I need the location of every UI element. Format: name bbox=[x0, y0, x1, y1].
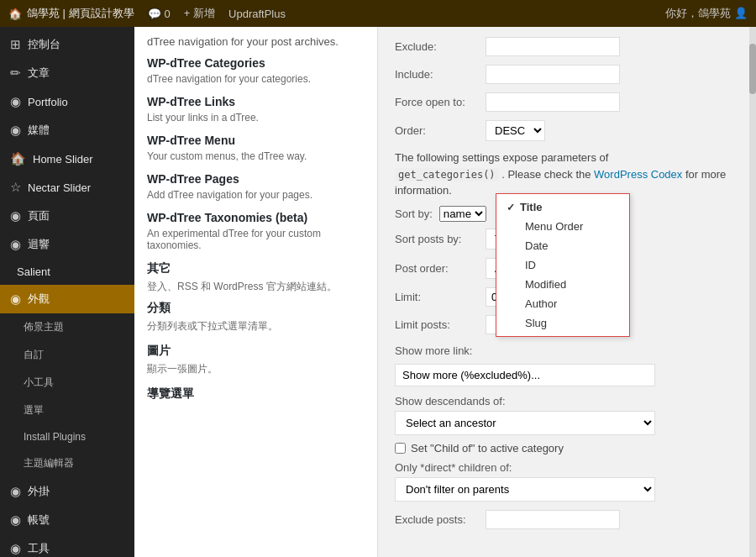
comment-icon: 💬 bbox=[148, 8, 161, 20]
info-text2: . Please check the bbox=[501, 168, 591, 181]
dropdown-item-slug[interactable]: Slug bbox=[496, 313, 629, 333]
scrollbar-track[interactable] bbox=[749, 27, 756, 557]
admin-bar: 🏠 鴿學苑 | 網頁設計教學 💬 0 + 新增 UpdraftPlus 你好，鴿… bbox=[0, 0, 756, 27]
widget-desc-categories: dTree navigation for your categories. bbox=[147, 73, 365, 85]
dropdown-label-modified: Modified bbox=[525, 278, 566, 291]
other-section-title: 其它 bbox=[147, 261, 365, 276]
sidebar-label-theme-editor: 主題編輯器 bbox=[24, 456, 74, 470]
sidebar-label-customize: 自訂 bbox=[24, 348, 44, 362]
sidebar-label-portfolio: Portfolio bbox=[28, 96, 68, 108]
site-name: 鴿學苑 | 網頁設計教學 bbox=[27, 6, 134, 21]
sidebar-item-nectar-slider[interactable]: ☆ Nectar Slider bbox=[0, 173, 134, 202]
home-slider-icon: 🏠 bbox=[10, 151, 26, 166]
force-open-input[interactable] bbox=[486, 92, 620, 112]
dropdown-label-author: Author bbox=[525, 297, 557, 310]
exclude-input[interactable] bbox=[486, 37, 620, 56]
showmore-section: Show more link: bbox=[395, 344, 739, 386]
new-label: + 新增 bbox=[184, 7, 215, 19]
widget-title-pages: WP-dTree Pages bbox=[147, 172, 365, 186]
excludeposts-row: Exclude posts: bbox=[395, 510, 739, 529]
sidebar-item-media[interactable]: ◉ 媒體 bbox=[0, 116, 134, 145]
settings-info: The following settings expose parameters… bbox=[395, 150, 739, 199]
plugins-icon: ◉ bbox=[10, 484, 21, 499]
user-avatar: 👤 bbox=[734, 7, 748, 19]
sidebar-item-comments[interactable]: ◉ 迴響 bbox=[0, 230, 134, 259]
setchildof-checkbox[interactable] bbox=[395, 443, 406, 454]
exclude-label: Exclude: bbox=[395, 40, 479, 53]
widget-desc-links: List your links in a dTree. bbox=[147, 112, 365, 123]
sidebar-label-dashboard: 控制台 bbox=[28, 37, 60, 52]
code-text: get_categories() bbox=[395, 168, 499, 181]
include-row: Include: bbox=[395, 65, 739, 84]
tools-icon: ◉ bbox=[10, 541, 21, 556]
sidebar-label-home-slider: Home Slider bbox=[33, 153, 93, 166]
widget-desc-categories2: 分類列表或下拉式選單清單。 bbox=[147, 319, 365, 334]
sidebar-label-comments: 迴響 bbox=[28, 237, 50, 252]
order-label: Order: bbox=[395, 124, 479, 137]
sidebar-item-themes[interactable]: 佈景主題 bbox=[0, 313, 134, 341]
sidebar-item-appearance[interactable]: ◉ 外觀 bbox=[0, 285, 134, 313]
widget-card-nav-menu: 導覽選單 bbox=[147, 386, 365, 402]
dropdown-item-modified[interactable]: Modified bbox=[496, 275, 629, 294]
pages-icon: ◉ bbox=[10, 208, 21, 223]
other-login-desc: 登入、RSS 和 WordPress 官方網站連結。 bbox=[147, 280, 365, 294]
sidebar-label-media: 媒體 bbox=[28, 123, 50, 138]
sidebar-item-dashboard[interactable]: ⊞ 控制台 bbox=[0, 30, 134, 59]
sidebar-item-install-plugins[interactable]: Install Plugins bbox=[0, 424, 134, 449]
new-content-button[interactable]: + 新增 bbox=[184, 6, 215, 21]
media-icon: ◉ bbox=[10, 123, 21, 138]
nectar-slider-icon: ☆ bbox=[10, 180, 21, 195]
plugin-item[interactable]: UpdraftPlus bbox=[228, 8, 286, 20]
ancestor-select[interactable]: Select an ancestor bbox=[395, 411, 655, 435]
limit-label: Limit: bbox=[395, 291, 479, 303]
sidebar-item-widgets[interactable]: 小工具 bbox=[0, 369, 134, 397]
sidebar-item-plugins[interactable]: ◉ 外掛 bbox=[0, 477, 134, 506]
include-input[interactable] bbox=[486, 65, 620, 84]
sidebar-item-tools[interactable]: ◉ 工具 bbox=[0, 534, 134, 557]
directchildren-select[interactable]: Don't filter on parents bbox=[395, 477, 655, 502]
sidebar-item-menus[interactable]: 選單 bbox=[0, 397, 134, 424]
exclude-row: Exclude: bbox=[395, 37, 739, 56]
widget-card-categories2: 分類 分類列表或下拉式選單清單。 bbox=[147, 301, 365, 334]
scrollbar-thumb[interactable] bbox=[749, 44, 756, 94]
sidebar-label-nectar-slider: Nectar Slider bbox=[28, 181, 91, 194]
dashboard-icon: ⊞ bbox=[10, 37, 21, 52]
comments-item[interactable]: 💬 0 bbox=[148, 8, 171, 20]
sidebar-item-theme-editor[interactable]: 主題編輯器 bbox=[0, 449, 134, 477]
showmore-input[interactable] bbox=[395, 364, 655, 386]
greeting-text: 你好，鴿學苑 bbox=[665, 7, 731, 19]
sidebar-item-posts[interactable]: ✏ 文章 bbox=[0, 59, 134, 87]
codex-link[interactable]: WordPress Codex bbox=[594, 168, 682, 181]
force-open-label: Force open to: bbox=[395, 96, 479, 108]
excludeposts-input[interactable] bbox=[486, 510, 620, 529]
dropdown-item-id[interactable]: ID bbox=[496, 255, 629, 275]
sortby-select[interactable]: name id count bbox=[439, 206, 486, 222]
dropdown-item-title[interactable]: ✓ Title bbox=[496, 197, 629, 217]
dropdown-item-author[interactable]: Author bbox=[496, 294, 629, 313]
check-icon: ✓ bbox=[507, 202, 515, 213]
sidebar-item-salient[interactable]: Salient bbox=[0, 259, 134, 285]
sidebar-item-home-slider[interactable]: 🏠 Home Slider bbox=[0, 145, 134, 173]
appearance-icon: ◉ bbox=[10, 292, 21, 307]
directchildren-section: Only *direct* children of: Don't filter … bbox=[395, 461, 739, 502]
dropdown-label-date: Date bbox=[525, 239, 548, 252]
widget-desc-pages: Add dTree navigation for your pages. bbox=[147, 189, 365, 201]
force-open-row: Force open to: bbox=[395, 92, 739, 112]
widget-title-categories: WP-dTree Categories bbox=[147, 56, 365, 70]
sidebar-item-customize[interactable]: 自訂 bbox=[0, 341, 134, 369]
comments-count: 0 bbox=[165, 8, 171, 20]
widget-card-links: WP-dTree Links List your links in a dTre… bbox=[147, 95, 365, 123]
user-greeting[interactable]: 你好，鴿學苑 👤 bbox=[665, 6, 748, 21]
directchildren-label: Only *direct* children of: bbox=[395, 461, 739, 474]
sidebar-label-themes: 佈景主題 bbox=[24, 320, 64, 334]
showmore-label: Show more link: bbox=[395, 344, 739, 357]
admin-sidebar: ⊞ 控制台 ✏ 文章 ◉ Portfolio ◉ 媒體 🏠 Home Slide… bbox=[0, 27, 134, 557]
dropdown-item-menu-order[interactable]: Menu Order bbox=[496, 217, 629, 236]
order-select[interactable]: DESC ASC bbox=[486, 120, 545, 141]
sidebar-item-portfolio[interactable]: ◉ Portfolio bbox=[0, 87, 134, 116]
sidebar-item-pages[interactable]: ◉ 頁面 bbox=[0, 202, 134, 230]
dropdown-item-date[interactable]: Date bbox=[496, 236, 629, 255]
sidebar-item-users[interactable]: ◉ 帳號 bbox=[0, 506, 134, 534]
site-logo[interactable]: 🏠 鴿學苑 | 網頁設計教學 bbox=[8, 6, 134, 21]
widget-title-links: WP-dTree Links bbox=[147, 95, 365, 108]
